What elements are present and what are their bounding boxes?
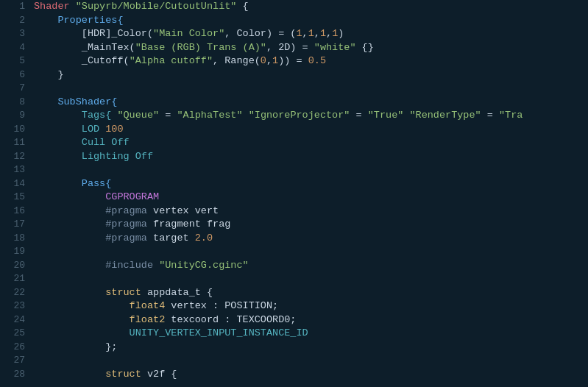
line-number: 24 [6,313,25,327]
code-line: struct appdata_t { [34,286,588,300]
line-number: 25 [6,327,25,341]
code-line: LOD 100 [34,123,588,137]
line-number: 26 [6,341,25,355]
line-number: 10 [6,123,25,137]
line-number: 8 [6,96,25,110]
code-line: UNITY_VERTEX_INPUT_INSTANCE_ID [34,327,588,341]
code-line: [HDR]_Color("Main Color", Color) = (1,1,… [34,27,588,41]
line-number: 27 [6,354,25,368]
code-line: struct v2f { [34,368,588,382]
line-number: 1 [6,0,25,14]
code-line: Properties{ [34,14,588,28]
code-line: float4 vertex : POSITION; [34,299,588,313]
code-line: CGPROGRAM [34,191,588,205]
code-line: _Cutoff("Alpha cutoff", Range(0,1)) = 0.… [34,54,588,68]
line-number: 7 [6,82,25,96]
code-line [34,272,588,286]
line-number: 17 [6,218,25,232]
code-line: Tags{ "Queue" = "AlphaTest" "IgnoreProje… [34,109,588,123]
line-number: 12 [6,150,25,164]
code-line: _MainTex("Base (RGB) Trans (A)", 2D) = "… [34,41,588,55]
line-number: 11 [6,136,25,150]
code-line: float2 texcoord : TEXCOORD0; [34,313,588,327]
line-number: 15 [6,191,25,205]
code-line: }; [34,341,588,355]
line-number: 21 [6,272,25,286]
line-number: 16 [6,205,25,219]
line-number: 20 [6,259,25,273]
code-line: #include "UnityCG.cginc" [34,259,588,273]
code-line: #pragma vertex vert [34,205,588,219]
code-line: #pragma target 2.0 [34,232,588,246]
line-number: 28 [6,368,25,382]
code-line: Cull Off [34,136,588,150]
line-number: 4 [6,41,25,55]
line-number: 13 [6,163,25,177]
line-number: 5 [6,54,25,68]
line-number: 3 [6,27,25,41]
code-line [34,354,588,368]
line-number: 22 [6,286,25,300]
line-number: 2 [6,14,25,28]
code-editor: 1234567891011121314151617181920212223242… [0,0,588,387]
line-number: 18 [6,232,25,246]
line-number: 6 [6,68,25,82]
code-line: SubShader{ [34,96,588,110]
line-number: 9 [6,109,25,123]
line-number: 19 [6,245,25,259]
line-number: 14 [6,177,25,191]
code-line: Lighting Off [34,150,588,164]
code-line: Pass{ [34,177,588,191]
code-line: #pragma fragment frag [34,218,588,232]
code-line: } [34,68,588,82]
code-line [34,245,588,259]
code-line [34,82,588,96]
code-line: Shader "Supyrb/Mobile/CutoutUnlit" { [34,0,588,14]
code-content[interactable]: Shader "Supyrb/Mobile/CutoutUnlit" { Pro… [31,0,588,387]
line-number: 23 [6,299,25,313]
code-line [34,163,588,177]
line-numbers: 1234567891011121314151617181920212223242… [0,0,31,387]
